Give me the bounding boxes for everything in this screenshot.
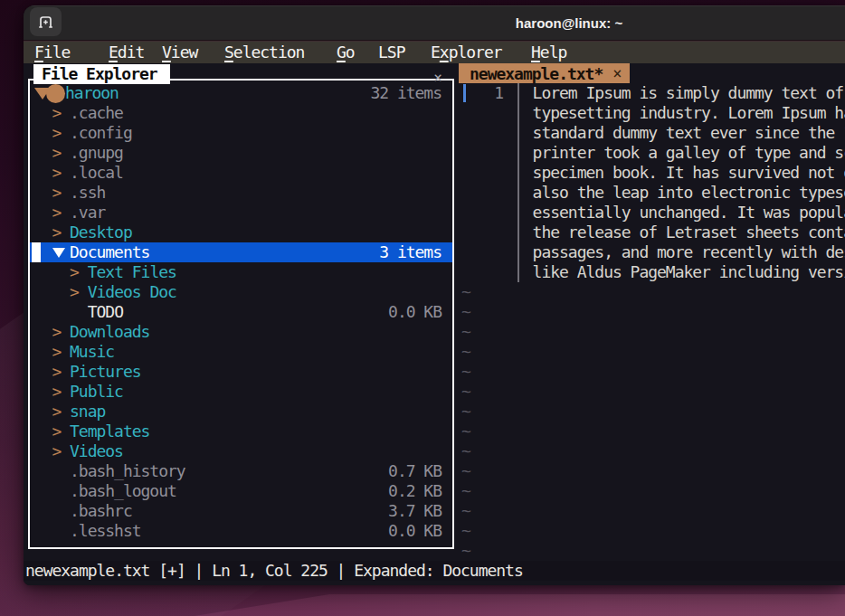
empty-line-marker: ~ [461,541,479,561]
tree-item-text-files[interactable]: >Text Files [30,262,452,282]
root-folder-name: haroon [65,83,119,103]
file-explorer-panel: File Explorer × haroon32 items>.cache>.c… [28,79,454,549]
new-tab-icon [38,15,53,28]
folder-name: Desktop [70,223,132,242]
menu-item-file[interactable]: File [34,41,70,63]
menu-bar: FileEditViewSelectionGoLSPExplorerHelp [24,40,845,63]
file-name: .bash_logout [70,481,176,501]
menu-item-view[interactable]: View [162,41,197,63]
tree-item--local[interactable]: >.local [30,163,452,183]
menu-item-selection[interactable]: Selection [224,41,304,63]
file-size: 0.7 KB [388,461,441,481]
terminal-window: haroon@linux: ~ FileEditViewSelectionGoL… [24,5,845,585]
file-size: 0.2 KB [388,481,441,501]
tree-item--bashrc[interactable]: .bashrc3.7 KB [30,501,452,521]
editor-tab[interactable]: newexample.txt* × [459,63,630,83]
folder-name: Templates [70,422,149,441]
empty-line-marker: ~ [461,382,479,402]
tree-item-templates[interactable]: >Templates [30,422,452,441]
folder-name: Music [70,342,114,362]
desktop: haroon@linux: ~ FileEditViewSelectionGoL… [0,0,845,616]
collapsed-arrow-icon[interactable]: > [52,322,62,342]
folder-name: .cache [70,103,123,123]
file-name: .bashrc [70,501,132,521]
empty-line-marker: ~ [461,342,479,362]
editor-line-text: standard dummy text ever since the 1500s… [533,123,845,143]
collapsed-arrow-icon[interactable]: > [52,441,62,461]
menu-item-edit[interactable]: Edit [109,41,144,63]
collapsed-arrow-icon[interactable]: > [52,103,62,123]
collapsed-arrow-icon[interactable]: > [52,362,62,382]
tree-item-downloads[interactable]: >Downloads [30,322,452,342]
tree-root-haroon[interactable]: haroon32 items [30,83,452,103]
collapsed-arrow-icon[interactable]: > [52,183,62,203]
folder-name: Public [70,382,123,402]
collapsed-arrow-icon[interactable]: > [52,342,62,362]
window-title: haroon@linux: ~ [516,5,622,40]
status-bar: newexample.txt [+] | Ln 1, Col 225 | Exp… [24,561,845,581]
tab-close-icon[interactable]: × [612,63,622,83]
tab-filename: newexample.txt* [470,64,603,83]
tree-item-todo[interactable]: TODO0.0 KB [30,302,452,322]
collapsed-arrow-icon[interactable]: > [52,382,62,402]
tree-item--ssh[interactable]: >.ssh [30,183,452,203]
empty-line-marker: ~ [461,461,479,481]
folder-name: Documents [70,242,149,262]
editor-line-text: typesetting industry. Lorem Ipsum has be… [533,103,845,123]
tree-item-videos[interactable]: >Videos [30,441,452,461]
menu-item-explorer[interactable]: Explorer [431,41,502,63]
empty-line-marker: ~ [461,521,479,541]
empty-line-marker: ~ [461,501,479,521]
gutter-separator [517,83,519,282]
collapsed-arrow-icon[interactable]: > [70,262,79,282]
tree-item-snap[interactable]: >snap [30,402,452,422]
tree-item--cache[interactable]: >.cache [30,103,452,123]
collapsed-arrow-icon[interactable]: > [52,143,62,163]
tree-item--config[interactable]: >.config [30,123,452,143]
tree-item--var[interactable]: >.var [30,203,452,223]
folder-name: .var [70,203,105,223]
item-count: 3 items [379,242,441,262]
tree-item--lesshst[interactable]: .lesshst0.0 KB [30,521,452,541]
collapsed-arrow-icon[interactable]: > [52,123,62,143]
collapsed-arrow-icon[interactable]: > [52,163,62,183]
folder-name: .local [70,163,123,183]
empty-line-marker: ~ [461,422,479,441]
empty-line-marker: ~ [461,441,479,461]
menu-item-go[interactable]: Go [337,41,355,63]
file-size: 0.0 KB [388,302,441,322]
window-titlebar[interactable]: haroon@linux: ~ [24,5,845,40]
tree-item-music[interactable]: >Music [30,342,452,362]
collapsed-arrow-icon[interactable]: > [52,203,62,223]
empty-line-marker: ~ [461,302,479,322]
item-count: 32 items [370,83,441,103]
menu-item-lsp[interactable]: LSP [378,41,404,63]
folder-name: Videos [70,441,123,461]
editor-line-text: like Aldus PageMaker including versions … [533,262,845,282]
new-tab-button[interactable] [30,7,62,36]
empty-line-marker: ~ [461,282,479,302]
tree-item-documents[interactable]: Documents3 items [30,242,452,262]
tree-cursor [32,242,41,262]
expanded-arrow-icon[interactable] [52,248,65,258]
status-text: newexample.txt [+] | Ln 1, Col 225 | Exp… [25,561,523,581]
explorer-close-icon[interactable]: × [433,69,442,87]
collapsed-arrow-icon[interactable]: > [52,422,62,441]
tree-item-videos-doc[interactable]: >Videos Doc [30,282,452,302]
file-name: TODO [88,302,123,322]
folder-name: .config [70,123,132,143]
empty-line-marker: ~ [461,362,479,382]
tree-item--bash-history[interactable]: .bash_history0.7 KB [30,461,452,481]
collapsed-arrow-icon[interactable]: > [52,402,62,422]
tree-item--bash-logout[interactable]: .bash_logout0.2 KB [30,481,452,501]
tree-item-public[interactable]: >Public [30,382,452,402]
menu-item-help[interactable]: Help [531,41,566,63]
empty-line-marker: ~ [461,481,479,501]
editor-line-text: printer took a galley of type and scramb… [533,143,845,163]
editor-line-text: essentially unchanged. It was popularise… [533,203,845,223]
tree-item-pictures[interactable]: >Pictures [30,362,452,382]
collapsed-arrow-icon[interactable]: > [70,282,79,302]
tree-item--gnupg[interactable]: >.gnupg [30,143,452,163]
tree-item-desktop[interactable]: >Desktop [30,223,452,242]
collapsed-arrow-icon[interactable]: > [52,223,62,242]
